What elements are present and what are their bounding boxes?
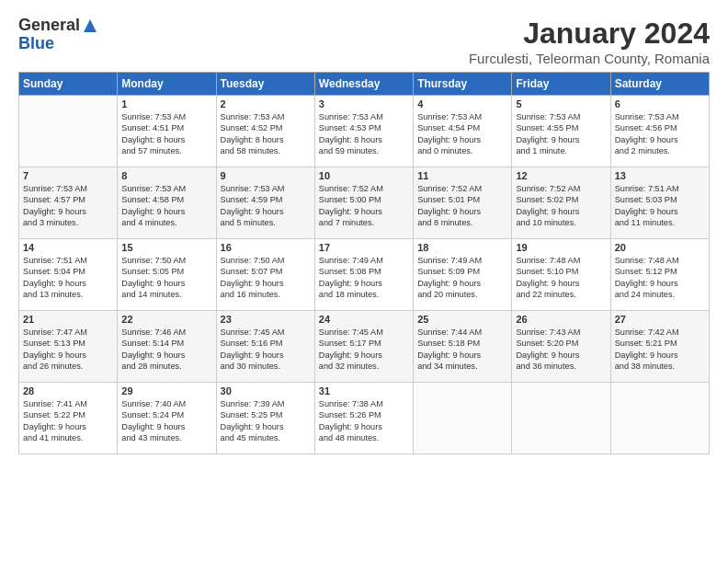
- calendar-table: SundayMondayTuesdayWednesdayThursdayFrid…: [18, 72, 710, 454]
- day-number: 12: [516, 170, 606, 181]
- week-row-4: 21Sunrise: 7:47 AM Sunset: 5:13 PM Dayli…: [19, 311, 710, 383]
- day-header-monday: Monday: [118, 73, 216, 96]
- cell-details: Sunrise: 7:53 AM Sunset: 4:55 PM Dayligh…: [516, 111, 606, 157]
- calendar-subtitle: Furculesti, Teleorman County, Romania: [469, 51, 710, 66]
- day-number: 28: [23, 385, 113, 396]
- day-number: 11: [417, 170, 507, 181]
- calendar-cell: 29Sunrise: 7:40 AM Sunset: 5:24 PM Dayli…: [118, 383, 216, 454]
- day-header-friday: Friday: [512, 73, 610, 96]
- day-number: 6: [615, 98, 705, 109]
- cell-details: Sunrise: 7:38 AM Sunset: 5:26 PM Dayligh…: [319, 398, 409, 444]
- day-number: 22: [121, 314, 211, 325]
- cell-details: Sunrise: 7:50 AM Sunset: 5:05 PM Dayligh…: [121, 255, 211, 301]
- calendar-cell: 27Sunrise: 7:42 AM Sunset: 5:21 PM Dayli…: [610, 311, 709, 383]
- calendar-cell: 26Sunrise: 7:43 AM Sunset: 5:20 PM Dayli…: [512, 311, 610, 383]
- svg-marker-0: [84, 19, 97, 32]
- calendar-cell: 17Sunrise: 7:49 AM Sunset: 5:08 PM Dayli…: [314, 239, 413, 311]
- day-number: 23: [221, 314, 311, 325]
- day-header-sunday: Sunday: [19, 73, 118, 96]
- day-number: 30: [221, 385, 311, 396]
- cell-details: Sunrise: 7:52 AM Sunset: 5:00 PM Dayligh…: [319, 183, 409, 229]
- calendar-cell: 20Sunrise: 7:48 AM Sunset: 5:12 PM Dayli…: [610, 239, 709, 311]
- cell-details: Sunrise: 7:47 AM Sunset: 5:13 PM Dayligh…: [23, 327, 113, 373]
- calendar-cell: 2Sunrise: 7:53 AM Sunset: 4:52 PM Daylig…: [216, 96, 314, 167]
- cell-details: Sunrise: 7:53 AM Sunset: 4:57 PM Dayligh…: [23, 183, 113, 229]
- calendar-cell: 8Sunrise: 7:53 AM Sunset: 4:58 PM Daylig…: [118, 167, 216, 239]
- day-number: 29: [121, 385, 211, 396]
- calendar-cell: [414, 383, 512, 454]
- week-row-2: 7Sunrise: 7:53 AM Sunset: 4:57 PM Daylig…: [19, 167, 710, 239]
- day-number: 17: [319, 242, 409, 253]
- logo: General Blue: [18, 17, 98, 53]
- day-number: 19: [516, 242, 606, 253]
- calendar-cell: 23Sunrise: 7:45 AM Sunset: 5:16 PM Dayli…: [216, 311, 314, 383]
- day-number: 13: [615, 170, 705, 181]
- day-number: 31: [319, 385, 409, 396]
- day-number: 16: [221, 242, 311, 253]
- day-number: 1: [121, 98, 211, 109]
- calendar-cell: 30Sunrise: 7:39 AM Sunset: 5:25 PM Dayli…: [216, 383, 314, 454]
- day-number: 15: [121, 242, 211, 253]
- cell-details: Sunrise: 7:53 AM Sunset: 4:52 PM Dayligh…: [221, 111, 311, 157]
- header: General Blue January 2024 Furculesti, Te…: [18, 17, 710, 66]
- calendar-cell: 9Sunrise: 7:53 AM Sunset: 4:59 PM Daylig…: [216, 167, 314, 239]
- cell-details: Sunrise: 7:50 AM Sunset: 5:07 PM Dayligh…: [221, 255, 311, 301]
- cell-details: Sunrise: 7:53 AM Sunset: 4:59 PM Dayligh…: [221, 183, 311, 229]
- day-number: 24: [319, 314, 409, 325]
- week-row-5: 28Sunrise: 7:41 AM Sunset: 5:22 PM Dayli…: [19, 383, 710, 454]
- cell-details: Sunrise: 7:53 AM Sunset: 4:51 PM Dayligh…: [121, 111, 211, 157]
- day-header-thursday: Thursday: [414, 73, 512, 96]
- cell-details: Sunrise: 7:42 AM Sunset: 5:21 PM Dayligh…: [615, 327, 705, 373]
- day-header-saturday: Saturday: [610, 73, 709, 96]
- day-number: 27: [615, 314, 705, 325]
- day-number: 20: [615, 242, 705, 253]
- cell-details: Sunrise: 7:44 AM Sunset: 5:18 PM Dayligh…: [417, 327, 507, 373]
- cell-details: Sunrise: 7:41 AM Sunset: 5:22 PM Dayligh…: [23, 398, 113, 444]
- calendar-cell: 4Sunrise: 7:53 AM Sunset: 4:54 PM Daylig…: [414, 96, 512, 167]
- cell-details: Sunrise: 7:53 AM Sunset: 4:53 PM Dayligh…: [319, 111, 409, 157]
- cell-details: Sunrise: 7:46 AM Sunset: 5:14 PM Dayligh…: [121, 327, 211, 373]
- cell-details: Sunrise: 7:53 AM Sunset: 4:58 PM Dayligh…: [121, 183, 211, 229]
- calendar-cell: 3Sunrise: 7:53 AM Sunset: 4:53 PM Daylig…: [314, 96, 413, 167]
- calendar-cell: 22Sunrise: 7:46 AM Sunset: 5:14 PM Dayli…: [118, 311, 216, 383]
- day-number: 3: [319, 98, 409, 109]
- cell-details: Sunrise: 7:43 AM Sunset: 5:20 PM Dayligh…: [516, 327, 606, 373]
- calendar-cell: 15Sunrise: 7:50 AM Sunset: 5:05 PM Dayli…: [118, 239, 216, 311]
- cell-details: Sunrise: 7:49 AM Sunset: 5:08 PM Dayligh…: [319, 255, 409, 301]
- cell-details: Sunrise: 7:48 AM Sunset: 5:10 PM Dayligh…: [516, 255, 606, 301]
- week-row-3: 14Sunrise: 7:51 AM Sunset: 5:04 PM Dayli…: [19, 239, 710, 311]
- cell-details: Sunrise: 7:53 AM Sunset: 4:54 PM Dayligh…: [417, 111, 507, 157]
- cell-details: Sunrise: 7:53 AM Sunset: 4:56 PM Dayligh…: [615, 111, 705, 157]
- cell-details: Sunrise: 7:52 AM Sunset: 5:01 PM Dayligh…: [417, 183, 507, 229]
- day-header-tuesday: Tuesday: [216, 73, 314, 96]
- title-block: January 2024 Furculesti, Teleorman Count…: [469, 17, 710, 66]
- calendar-title: January 2024: [469, 17, 710, 51]
- cell-details: Sunrise: 7:45 AM Sunset: 5:16 PM Dayligh…: [221, 327, 311, 373]
- calendar-cell: 10Sunrise: 7:52 AM Sunset: 5:00 PM Dayli…: [314, 167, 413, 239]
- calendar-cell: 11Sunrise: 7:52 AM Sunset: 5:01 PM Dayli…: [414, 167, 512, 239]
- calendar-cell: 25Sunrise: 7:44 AM Sunset: 5:18 PM Dayli…: [414, 311, 512, 383]
- day-number: 5: [516, 98, 606, 109]
- cell-details: Sunrise: 7:45 AM Sunset: 5:17 PM Dayligh…: [319, 327, 409, 373]
- calendar-cell: 31Sunrise: 7:38 AM Sunset: 5:26 PM Dayli…: [314, 383, 413, 454]
- day-number: 4: [417, 98, 507, 109]
- day-number: 21: [23, 314, 113, 325]
- calendar-cell: 12Sunrise: 7:52 AM Sunset: 5:02 PM Dayli…: [512, 167, 610, 239]
- calendar-cell: 14Sunrise: 7:51 AM Sunset: 5:04 PM Dayli…: [19, 239, 118, 311]
- calendar-cell: [512, 383, 610, 454]
- calendar-cell: 13Sunrise: 7:51 AM Sunset: 5:03 PM Dayli…: [610, 167, 709, 239]
- calendar-cell: 6Sunrise: 7:53 AM Sunset: 4:56 PM Daylig…: [610, 96, 709, 167]
- day-number: 14: [23, 242, 113, 253]
- cell-details: Sunrise: 7:39 AM Sunset: 5:25 PM Dayligh…: [221, 398, 311, 444]
- day-number: 25: [417, 314, 507, 325]
- logo-blue-text: Blue: [18, 35, 54, 53]
- calendar-cell: 24Sunrise: 7:45 AM Sunset: 5:17 PM Dayli…: [314, 311, 413, 383]
- day-number: 18: [417, 242, 507, 253]
- calendar-cell: 28Sunrise: 7:41 AM Sunset: 5:22 PM Dayli…: [19, 383, 118, 454]
- calendar-cell: 16Sunrise: 7:50 AM Sunset: 5:07 PM Dayli…: [216, 239, 314, 311]
- week-row-1: 1Sunrise: 7:53 AM Sunset: 4:51 PM Daylig…: [19, 96, 710, 167]
- calendar-cell: [610, 383, 709, 454]
- day-number: 7: [23, 170, 113, 181]
- calendar-cell: [19, 96, 118, 167]
- logo-icon: [82, 17, 98, 34]
